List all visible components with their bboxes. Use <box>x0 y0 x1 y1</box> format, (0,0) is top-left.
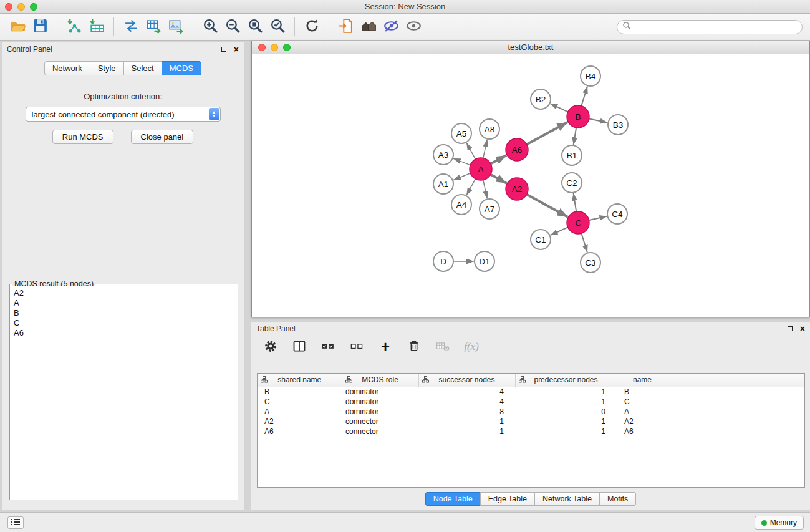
deselect-all-button[interactable] <box>347 338 366 355</box>
network-edge[interactable] <box>483 180 488 199</box>
network-edge[interactable] <box>581 233 587 253</box>
zoom-window-button[interactable] <box>30 3 37 11</box>
hide-selected-button[interactable] <box>380 16 402 37</box>
result-item[interactable]: C <box>14 318 236 328</box>
network-node[interactable]: A1 <box>433 174 453 194</box>
network-node[interactable]: C3 <box>581 253 600 273</box>
run-mcds-button[interactable]: Run MCDS <box>52 130 113 144</box>
tab-node-table[interactable]: Node Table <box>425 492 481 506</box>
task-history-button[interactable] <box>7 516 24 529</box>
export-image-button[interactable] <box>165 16 187 37</box>
network-node[interactable]: C <box>567 211 589 234</box>
save-session-button[interactable] <box>29 16 51 37</box>
network-edge[interactable] <box>527 122 568 144</box>
close-panel-button[interactable]: Close panel <box>131 130 194 144</box>
result-item[interactable]: A6 <box>14 328 236 338</box>
search-box[interactable] <box>617 20 803 34</box>
open-document-button[interactable] <box>335 16 357 37</box>
network-edge[interactable] <box>581 86 587 106</box>
network-node[interactable]: C4 <box>607 204 627 224</box>
network-edge[interactable] <box>483 140 488 158</box>
network-node[interactable]: D1 <box>475 251 494 271</box>
tab-edge-table[interactable]: Edge Table <box>480 492 535 506</box>
network-node[interactable]: C2 <box>562 173 582 193</box>
search-input[interactable] <box>631 22 797 31</box>
optimization-criterion-dropdown[interactable]: largest connected component (directed) ▲… <box>26 107 221 122</box>
network-node[interactable]: B4 <box>581 66 600 86</box>
first-neighbors-button[interactable] <box>357 16 380 37</box>
zoom-in-button[interactable] <box>199 16 221 37</box>
network-minimize-button[interactable] <box>271 44 278 51</box>
open-session-button[interactable] <box>6 16 29 37</box>
table-row[interactable]: A2connector11A2 <box>258 417 804 427</box>
zoom-fit-button[interactable] <box>244 16 266 37</box>
network-node[interactable]: B <box>567 105 589 128</box>
show-all-button[interactable] <box>402 16 425 37</box>
result-item[interactable]: A2 <box>14 288 236 298</box>
network-edge[interactable] <box>466 143 475 159</box>
refresh-layout-button[interactable] <box>301 16 323 37</box>
network-node[interactable]: C1 <box>531 230 551 249</box>
table-settings-button[interactable] <box>261 338 280 355</box>
import-table-button[interactable] <box>85 16 108 37</box>
network-node[interactable]: D <box>433 251 453 271</box>
network-node[interactable]: B2 <box>531 89 551 109</box>
table-row[interactable]: Bdominator41B <box>258 387 804 397</box>
tab-network[interactable]: Network <box>44 61 90 75</box>
zoom-out-button[interactable] <box>221 16 244 37</box>
tab-motifs[interactable]: Motifs <box>599 492 636 506</box>
network-close-button[interactable] <box>258 44 266 51</box>
table-row[interactable]: Cdominator41C <box>258 397 804 407</box>
close-panel-icon[interactable]: × <box>234 46 239 52</box>
network-edge[interactable] <box>453 173 471 180</box>
memory-button[interactable]: Memory <box>755 516 804 530</box>
function-builder-button[interactable]: f(x) <box>462 338 481 355</box>
network-node[interactable]: A5 <box>451 123 471 143</box>
network-edge[interactable] <box>491 175 507 183</box>
add-column-button[interactable]: + <box>376 338 395 355</box>
network-node[interactable]: A2 <box>506 178 528 200</box>
column-header-successor-nodes[interactable]: successor nodes <box>418 374 515 387</box>
delete-table-button[interactable] <box>433 338 452 355</box>
network-edge[interactable] <box>527 195 568 217</box>
network-edge[interactable] <box>466 179 475 195</box>
close-window-button[interactable] <box>5 3 12 11</box>
network-node[interactable]: A3 <box>433 145 453 165</box>
network-node[interactable]: B3 <box>608 115 628 135</box>
network-edge[interactable] <box>550 104 567 112</box>
network-zoom-button[interactable] <box>283 44 291 51</box>
network-edge[interactable] <box>589 216 607 220</box>
network-edge[interactable] <box>574 128 576 145</box>
column-header-name[interactable]: name <box>617 374 668 387</box>
select-all-button[interactable] <box>319 338 337 355</box>
result-item[interactable]: B <box>14 308 236 318</box>
column-header-predecessor-nodes[interactable]: predecessor nodes <box>515 374 617 387</box>
network-edge[interactable] <box>491 155 506 164</box>
network-edge[interactable] <box>574 193 577 211</box>
tab-select[interactable]: Select <box>123 61 162 75</box>
result-item[interactable]: A <box>14 298 236 308</box>
tab-network-table[interactable]: Network Table <box>534 492 600 506</box>
float-panel-icon[interactable] <box>221 47 226 52</box>
network-edge[interactable] <box>589 119 608 123</box>
network-node[interactable]: A8 <box>480 119 499 139</box>
zoom-selected-button[interactable] <box>266 16 289 37</box>
tab-mcds[interactable]: MCDS <box>162 61 201 75</box>
network-node[interactable]: B1 <box>562 145 582 165</box>
network-canvas[interactable]: B4B2BB3A5A8A6B1A3AC2A1A2A4A7C4CC1C3DD1 <box>252 55 809 317</box>
column-header-mcds-role[interactable]: MCDS role <box>342 374 418 387</box>
column-header-shared-name[interactable]: shared name <box>258 374 342 387</box>
table-row[interactable]: Adominator80A <box>258 407 804 417</box>
network-node[interactable]: A4 <box>451 195 471 215</box>
network-node[interactable]: A <box>470 158 492 180</box>
network-node[interactable]: A7 <box>480 199 499 219</box>
export-network-button[interactable] <box>120 16 142 37</box>
float-table-panel-icon[interactable] <box>788 326 793 331</box>
export-table-button[interactable] <box>142 16 165 37</box>
close-table-panel-icon[interactable]: × <box>800 326 805 332</box>
tab-style[interactable]: Style <box>90 61 124 75</box>
network-edge[interactable] <box>453 158 470 165</box>
minimize-window-button[interactable] <box>17 3 25 11</box>
table-row[interactable]: A6connector11A6 <box>258 427 804 437</box>
network-edge[interactable] <box>551 227 568 235</box>
